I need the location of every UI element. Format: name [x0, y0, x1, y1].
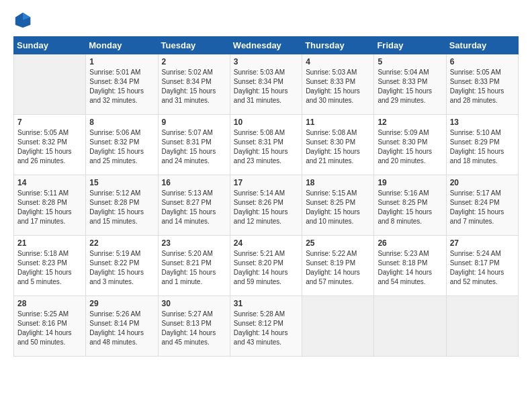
day-cell: 27Sunrise: 5:24 AM Sunset: 8:17 PM Dayli… — [446, 236, 518, 296]
day-number: 17 — [234, 178, 298, 187]
header-day: Wednesday — [230, 37, 302, 54]
day-info: Sunrise: 5:05 AM Sunset: 8:33 PM Dayligh… — [450, 68, 515, 105]
day-cell: 26Sunrise: 5:23 AM Sunset: 8:18 PM Dayli… — [374, 236, 446, 296]
day-cell: 16Sunrise: 5:13 AM Sunset: 8:27 PM Dayli… — [158, 175, 230, 236]
day-cell: 12Sunrise: 5:09 AM Sunset: 8:30 PM Dayli… — [374, 115, 446, 175]
day-cell: 2Sunrise: 5:02 AM Sunset: 8:34 PM Daylig… — [158, 54, 230, 115]
day-cell — [374, 296, 446, 357]
day-number: 25 — [306, 238, 370, 248]
day-info: Sunrise: 5:18 AM Sunset: 8:23 PM Dayligh… — [17, 249, 82, 287]
day-info: Sunrise: 5:22 AM Sunset: 8:19 PM Dayligh… — [306, 249, 370, 287]
day-info: Sunrise: 5:07 AM Sunset: 8:31 PM Dayligh… — [162, 128, 226, 166]
day-cell: 4Sunrise: 5:03 AM Sunset: 8:33 PM Daylig… — [302, 54, 374, 115]
day-cell: 7Sunrise: 5:05 AM Sunset: 8:32 PM Daylig… — [14, 115, 86, 175]
week-row: 28Sunrise: 5:25 AM Sunset: 8:16 PM Dayli… — [14, 296, 519, 357]
day-number: 3 — [234, 57, 298, 66]
day-cell: 6Sunrise: 5:05 AM Sunset: 8:33 PM Daylig… — [446, 54, 518, 115]
day-number: 29 — [89, 299, 154, 308]
header-day: Friday — [374, 37, 446, 54]
week-row: 1Sunrise: 5:01 AM Sunset: 8:34 PM Daylig… — [14, 54, 519, 115]
day-info: Sunrise: 5:21 AM Sunset: 8:20 PM Dayligh… — [234, 249, 298, 287]
day-cell: 1Sunrise: 5:01 AM Sunset: 8:34 PM Daylig… — [86, 54, 158, 115]
day-number: 6 — [450, 57, 515, 66]
day-info: Sunrise: 5:03 AM Sunset: 8:34 PM Dayligh… — [234, 68, 298, 105]
day-number: 14 — [17, 178, 82, 187]
day-info: Sunrise: 5:06 AM Sunset: 8:32 PM Dayligh… — [89, 128, 154, 166]
day-number: 12 — [378, 118, 442, 127]
calendar-table: SundayMondayTuesdayWednesdayThursdayFrid… — [13, 36, 519, 357]
header-day: Monday — [86, 37, 158, 54]
day-cell: 11Sunrise: 5:08 AM Sunset: 8:30 PM Dayli… — [302, 115, 374, 175]
day-number: 31 — [234, 299, 298, 308]
day-info: Sunrise: 5:10 AM Sunset: 8:29 PM Dayligh… — [450, 128, 515, 166]
day-number: 1 — [89, 57, 154, 66]
day-number: 23 — [162, 238, 226, 248]
week-row: 14Sunrise: 5:11 AM Sunset: 8:28 PM Dayli… — [14, 175, 519, 236]
day-info: Sunrise: 5:09 AM Sunset: 8:30 PM Dayligh… — [378, 128, 442, 166]
day-number: 22 — [89, 238, 154, 248]
day-info: Sunrise: 5:04 AM Sunset: 8:33 PM Dayligh… — [378, 68, 442, 105]
day-cell — [446, 296, 518, 357]
day-cell: 10Sunrise: 5:08 AM Sunset: 8:31 PM Dayli… — [230, 115, 302, 175]
day-info: Sunrise: 5:08 AM Sunset: 8:31 PM Dayligh… — [234, 128, 298, 166]
day-info: Sunrise: 5:25 AM Sunset: 8:16 PM Dayligh… — [17, 310, 82, 347]
day-info: Sunrise: 5:14 AM Sunset: 8:26 PM Dayligh… — [234, 189, 298, 226]
day-cell: 13Sunrise: 5:10 AM Sunset: 8:29 PM Dayli… — [446, 115, 518, 175]
week-row: 21Sunrise: 5:18 AM Sunset: 8:23 PM Dayli… — [14, 236, 519, 296]
logo-icon — [13, 11, 32, 30]
day-number: 9 — [162, 118, 226, 127]
day-number: 27 — [450, 238, 515, 248]
day-cell: 30Sunrise: 5:27 AM Sunset: 8:13 PM Dayli… — [158, 296, 230, 357]
header-day: Tuesday — [158, 37, 230, 54]
day-info: Sunrise: 5:23 AM Sunset: 8:18 PM Dayligh… — [378, 249, 442, 287]
header-row: SundayMondayTuesdayWednesdayThursdayFrid… — [14, 37, 519, 54]
day-cell: 19Sunrise: 5:16 AM Sunset: 8:25 PM Dayli… — [374, 175, 446, 236]
day-info: Sunrise: 5:15 AM Sunset: 8:25 PM Dayligh… — [306, 189, 370, 226]
day-info: Sunrise: 5:11 AM Sunset: 8:28 PM Dayligh… — [17, 189, 82, 226]
header-day: Sunday — [14, 37, 86, 54]
day-number: 20 — [450, 178, 515, 187]
day-info: Sunrise: 5:19 AM Sunset: 8:22 PM Dayligh… — [89, 249, 154, 287]
day-number: 28 — [17, 299, 82, 308]
day-cell: 17Sunrise: 5:14 AM Sunset: 8:26 PM Dayli… — [230, 175, 302, 236]
day-number: 4 — [306, 57, 370, 66]
header — [13, 11, 519, 30]
day-number: 13 — [450, 118, 515, 127]
day-info: Sunrise: 5:01 AM Sunset: 8:34 PM Dayligh… — [89, 68, 154, 105]
day-info: Sunrise: 5:05 AM Sunset: 8:32 PM Dayligh… — [17, 128, 82, 166]
day-info: Sunrise: 5:13 AM Sunset: 8:27 PM Dayligh… — [162, 189, 226, 226]
day-info: Sunrise: 5:24 AM Sunset: 8:17 PM Dayligh… — [450, 249, 515, 287]
header-day: Saturday — [446, 37, 518, 54]
day-info: Sunrise: 5:03 AM Sunset: 8:33 PM Dayligh… — [306, 68, 370, 105]
day-number: 21 — [17, 238, 82, 248]
week-row: 7Sunrise: 5:05 AM Sunset: 8:32 PM Daylig… — [14, 115, 519, 175]
day-number: 19 — [378, 178, 442, 187]
logo — [13, 11, 35, 30]
day-cell: 9Sunrise: 5:07 AM Sunset: 8:31 PM Daylig… — [158, 115, 230, 175]
day-cell: 22Sunrise: 5:19 AM Sunset: 8:22 PM Dayli… — [86, 236, 158, 296]
day-number: 18 — [306, 178, 370, 187]
day-info: Sunrise: 5:02 AM Sunset: 8:34 PM Dayligh… — [162, 68, 226, 105]
day-info: Sunrise: 5:17 AM Sunset: 8:24 PM Dayligh… — [450, 189, 515, 226]
day-cell: 21Sunrise: 5:18 AM Sunset: 8:23 PM Dayli… — [14, 236, 86, 296]
page: SundayMondayTuesdayWednesdayThursdayFrid… — [0, 0, 532, 370]
day-cell: 5Sunrise: 5:04 AM Sunset: 8:33 PM Daylig… — [374, 54, 446, 115]
day-cell: 25Sunrise: 5:22 AM Sunset: 8:19 PM Dayli… — [302, 236, 374, 296]
day-cell: 31Sunrise: 5:28 AM Sunset: 8:12 PM Dayli… — [230, 296, 302, 357]
day-number: 2 — [162, 57, 226, 66]
day-number: 5 — [378, 57, 442, 66]
day-cell: 3Sunrise: 5:03 AM Sunset: 8:34 PM Daylig… — [230, 54, 302, 115]
day-cell: 18Sunrise: 5:15 AM Sunset: 8:25 PM Dayli… — [302, 175, 374, 236]
day-number: 8 — [89, 118, 154, 127]
day-number: 11 — [306, 118, 370, 127]
day-cell — [14, 54, 86, 115]
header-day: Thursday — [302, 37, 374, 54]
day-cell: 15Sunrise: 5:12 AM Sunset: 8:28 PM Dayli… — [86, 175, 158, 236]
day-cell: 20Sunrise: 5:17 AM Sunset: 8:24 PM Dayli… — [446, 175, 518, 236]
day-cell: 23Sunrise: 5:20 AM Sunset: 8:21 PM Dayli… — [158, 236, 230, 296]
day-info: Sunrise: 5:08 AM Sunset: 8:30 PM Dayligh… — [306, 128, 370, 166]
day-number: 30 — [162, 299, 226, 308]
day-number: 24 — [234, 238, 298, 248]
day-number: 16 — [162, 178, 226, 187]
day-cell: 29Sunrise: 5:26 AM Sunset: 8:14 PM Dayli… — [86, 296, 158, 357]
